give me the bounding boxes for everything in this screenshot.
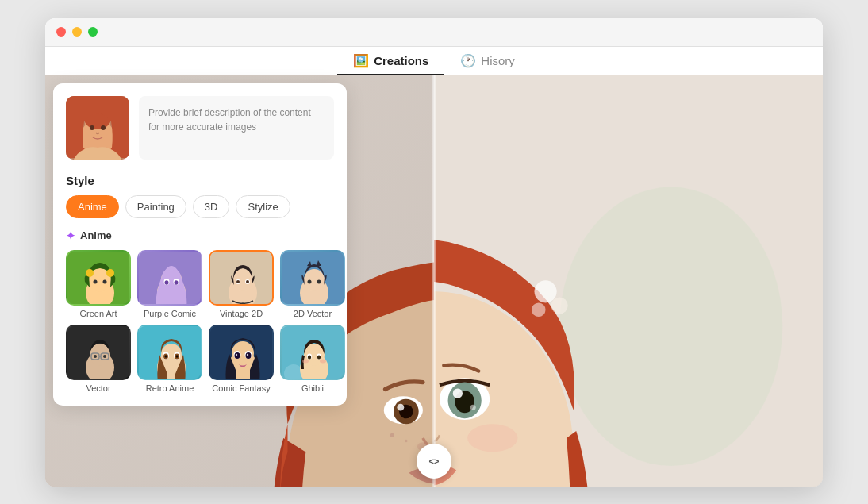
creations-tab-label: Creations [374, 54, 428, 67]
svg-point-103 [551, 297, 568, 314]
vector-svg [67, 326, 131, 380]
svg-point-13 [106, 269, 114, 277]
svg-point-31 [308, 279, 312, 283]
style-card-retro-anime[interactable]: Retro Anime [137, 325, 202, 393]
svg-point-30 [304, 269, 325, 291]
avatar-svg [66, 96, 129, 160]
anime-subsection-text: Anime [80, 229, 112, 241]
sparkle-icon: ✦ [66, 229, 75, 242]
svg-point-55 [235, 352, 240, 359]
browser-window: 🖼️ Creations 🕐 Hisory [45, 18, 823, 487]
style-card-vector[interactable]: Vector [66, 325, 131, 393]
style-card-vintage-2d[interactable]: Vintage 2D [209, 250, 274, 318]
svg-point-10 [94, 279, 98, 283]
svg-point-104 [532, 302, 546, 317]
close-dot[interactable] [56, 27, 66, 37]
svg-point-48 [165, 355, 167, 358]
style-card-comic-fantasy[interactable]: Comic Fantasy [209, 325, 274, 393]
svg-point-89 [390, 433, 394, 437]
browser-content: 🖼️ Creations 🕐 Hisory [45, 47, 823, 487]
style-card-ghibli[interactable]: Ghibli [280, 325, 345, 393]
comic-fantasy-svg [210, 326, 274, 380]
description-box[interactable]: Provide brief description of the content… [139, 96, 334, 160]
tab-bar: 🖼️ Creations 🕐 Hisory [45, 47, 823, 75]
purple-comic-svg [139, 252, 202, 306]
svg-point-39 [94, 355, 97, 358]
style-btn-painting[interactable]: Painting [125, 195, 186, 218]
style-card-green-art-img [66, 250, 131, 306]
style-buttons-group: Anime Painting 3D Stylize [66, 195, 334, 218]
main-area: Provide brief description of the content… [45, 75, 823, 487]
description-placeholder: Provide brief description of the content… [148, 107, 311, 133]
style-grid: Green Art [66, 250, 334, 393]
minimize-dot[interactable] [72, 27, 82, 37]
retro-anime-label: Retro Anime [146, 383, 194, 393]
svg-point-40 [103, 355, 106, 358]
svg-point-4 [90, 125, 94, 130]
history-icon: 🕐 [460, 53, 476, 68]
svg-point-57 [236, 353, 237, 355]
svg-point-68 [320, 359, 326, 363]
vector-label: Vector [86, 383, 110, 393]
style-card-2d-vector-img [280, 250, 345, 306]
ghibli-svg [282, 326, 345, 380]
svg-point-117 [467, 424, 517, 452]
svg-point-5 [101, 125, 106, 130]
style-card-purple-comic[interactable]: Purple Comic [137, 250, 202, 318]
style-btn-3d[interactable]: 3D [193, 195, 230, 218]
style-card-green-art[interactable]: Green Art [66, 250, 131, 318]
ghibli-label: Ghibli [301, 383, 324, 393]
svg-point-67 [302, 359, 309, 363]
svg-point-112 [453, 388, 463, 398]
style-card-purple-comic-img [137, 250, 202, 306]
retro-anime-svg [139, 326, 202, 380]
style-card-retro-anime-img [137, 325, 202, 380]
svg-point-26 [236, 280, 240, 283]
scrubber-handle[interactable]: <> [417, 444, 451, 479]
style-btn-stylize[interactable]: Stylize [236, 195, 290, 218]
svg-point-65 [308, 355, 311, 359]
svg-point-102 [535, 280, 557, 302]
input-area: Provide brief description of the content… [66, 96, 334, 160]
tab-creations[interactable]: 🖼️ Creations [337, 47, 444, 75]
svg-point-27 [246, 280, 249, 283]
style-card-vintage-2d-img [209, 250, 274, 306]
svg-point-114 [470, 404, 476, 410]
purple-comic-label: Purple Comic [144, 309, 196, 318]
style-card-ghibli-img [280, 325, 345, 380]
vintage-2d-label: Vintage 2D [220, 309, 263, 318]
svg-point-98 [559, 187, 782, 465]
tab-history[interactable]: 🕐 Hisory [444, 47, 531, 75]
2d-vector-svg [282, 252, 345, 306]
svg-point-32 [317, 279, 321, 283]
vintage-2d-svg [210, 252, 274, 306]
green-art-svg [67, 252, 131, 306]
titlebar [45, 18, 823, 47]
comic-fantasy-label: Comic Fantasy [212, 383, 270, 393]
style-card-comic-fantasy-img [209, 325, 274, 380]
svg-point-66 [317, 355, 321, 359]
svg-point-90 [405, 439, 408, 442]
svg-point-85 [397, 403, 404, 410]
avatar-thumbnail [66, 96, 129, 160]
style-btn-anime[interactable]: Anime [66, 195, 119, 218]
creations-icon: 🖼️ [353, 53, 369, 68]
svg-point-20 [175, 280, 179, 285]
style-section-title: Style [66, 174, 334, 187]
green-art-label: Green Art [79, 309, 117, 318]
svg-point-11 [103, 279, 107, 283]
2d-vector-label: 2D Vector [294, 309, 332, 318]
svg-point-19 [165, 280, 169, 285]
history-tab-label: Hisory [481, 54, 515, 67]
svg-point-58 [247, 353, 248, 355]
style-card-vector-img [66, 325, 131, 380]
maximize-dot[interactable] [88, 27, 98, 37]
svg-point-12 [86, 269, 94, 277]
svg-point-56 [246, 352, 252, 359]
svg-point-49 [176, 355, 179, 358]
left-panel: Provide brief description of the content… [53, 83, 347, 406]
anime-subsection-label: ✦ Anime [66, 229, 334, 242]
scrubber-right-arrow: > [434, 456, 439, 466]
style-card-2d-vector[interactable]: 2D Vector [280, 250, 345, 318]
